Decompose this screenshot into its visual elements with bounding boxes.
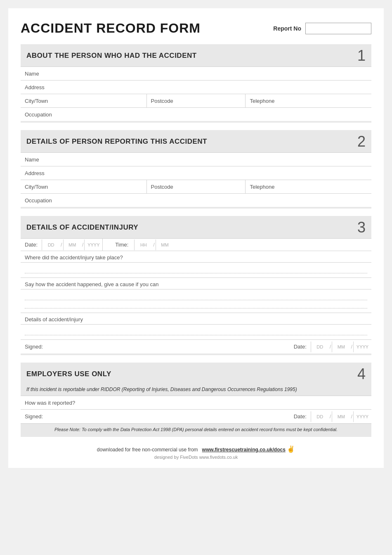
- section1-name-row: Name: [21, 66, 371, 80]
- section3-dd[interactable]: DD: [42, 240, 60, 250]
- section3-signed-dd[interactable]: DD: [311, 342, 329, 352]
- section2-address-row: Address: [21, 166, 371, 180]
- section1-occupation-row: Occupation: [21, 107, 371, 121]
- section4-bottom-note: Please Note: To comply with the Data Pro…: [21, 423, 371, 435]
- section3-how-input[interactable]: [21, 289, 371, 313]
- section4-dd[interactable]: DD: [311, 411, 329, 422]
- section3-hh[interactable]: HH: [134, 240, 152, 250]
- section1-name-field[interactable]: Name: [21, 67, 371, 80]
- section3-signed-row: Signed: Date: DD / MM / YYYY: [21, 339, 371, 353]
- section4-yyyy[interactable]: YYYY: [353, 411, 371, 422]
- section3-details-label: Details of accident/injury: [21, 313, 371, 324]
- section2-occupation-field[interactable]: Occupation: [21, 194, 371, 207]
- section-4-title: EMPLOYERS USE ONLY: [26, 370, 111, 378]
- section2-city-field[interactable]: City/Town: [21, 180, 147, 193]
- section-1-number: 1: [357, 48, 366, 63]
- section3-mm[interactable]: MM: [63, 240, 81, 250]
- section-4: EMPLOYERS USE ONLY 4 If this incident is…: [21, 363, 371, 437]
- section2-occupation-row: Occupation: [21, 193, 371, 207]
- section3-yyyy[interactable]: YYYY: [84, 240, 102, 250]
- section-1: ABOUT THE PERSON WHO HAD THE ACCIDENT 1 …: [21, 44, 371, 123]
- section1-telephone-field[interactable]: Telephone: [246, 94, 371, 107]
- section3-date-row: Date: DD / MM / YYYY Time: HH / MM: [21, 238, 371, 251]
- section2-name-row: Name: [21, 152, 371, 166]
- section1-occupation-field[interactable]: Occupation: [21, 108, 371, 121]
- section-2: DETAILS OF PERSON REPORTING THIS ACCIDEN…: [21, 130, 371, 209]
- section4-mm[interactable]: MM: [332, 411, 350, 422]
- section2-city-row: City/Town Postcode Telephone: [21, 180, 371, 193]
- section3-signed-label: Signed:: [21, 340, 103, 353]
- section-3-number: 3: [357, 220, 366, 235]
- section3-time-mm[interactable]: MM: [156, 240, 174, 250]
- section3-details-input[interactable]: [21, 324, 371, 339]
- footer-sub: designed by FiveDots www.fivedots.co.uk: [21, 455, 371, 460]
- cursor-icon: ✌: [287, 445, 295, 453]
- section3-date2-label: Date:: [290, 341, 311, 353]
- section3-how-label: Say how the accident happened, give a ca…: [21, 278, 371, 289]
- section3-signed-mm[interactable]: MM: [332, 342, 350, 352]
- section-3-title: DETAILS OF ACCIDENT/INJURY: [26, 223, 138, 232]
- section-3: DETAILS OF ACCIDENT/INJURY 3 Date: DD / …: [21, 216, 371, 355]
- section3-time-label: Time:: [102, 239, 134, 251]
- footer-text: downloaded for free non-commercial use f…: [97, 447, 198, 453]
- footer-link[interactable]: www.firstrescuetraining.co.uk/docs: [202, 447, 286, 453]
- section1-city-row: City/Town Postcode Telephone: [21, 94, 371, 107]
- footer: downloaded for free non-commercial use f…: [21, 445, 371, 460]
- section2-postcode-field[interactable]: Postcode: [147, 180, 246, 193]
- section3-where-input[interactable]: [21, 262, 371, 278]
- section1-city-field[interactable]: City/Town: [21, 94, 147, 107]
- section4-how-row: How was it reported?: [21, 396, 371, 409]
- page-title: ACCIDENT RECORD FORM: [21, 21, 201, 36]
- section1-postcode-field[interactable]: Postcode: [147, 94, 246, 107]
- section2-telephone-field[interactable]: Telephone: [246, 180, 371, 193]
- section-1-title: ABOUT THE PERSON WHO HAD THE ACCIDENT: [26, 52, 197, 60]
- section4-riddor-note: If this incident is reportable under RID…: [21, 385, 371, 396]
- section4-signed-row: Signed: Date: DD / MM / YYYY: [21, 409, 371, 423]
- section4-how-reported-field[interactable]: How was it reported?: [21, 396, 371, 409]
- section-2-title: DETAILS OF PERSON REPORTING THIS ACCIDEN…: [26, 138, 207, 146]
- section-2-number: 2: [357, 134, 366, 149]
- section3-where-label: Where did the accident/injury take place…: [21, 251, 371, 262]
- section3-signed-yyyy[interactable]: YYYY: [353, 342, 371, 352]
- section2-name-field[interactable]: Name: [21, 153, 371, 166]
- section4-date-label: Date:: [290, 410, 311, 422]
- report-no-label: Report No: [273, 25, 301, 32]
- section1-address-field[interactable]: Address: [21, 81, 371, 94]
- section2-address-field[interactable]: Address: [21, 166, 371, 180]
- section3-date-label: Date:: [21, 239, 42, 251]
- section4-signed-label: Signed:: [21, 410, 103, 423]
- section-4-number: 4: [357, 367, 366, 382]
- report-no-input[interactable]: [305, 23, 371, 34]
- section1-address-row: Address: [21, 80, 371, 94]
